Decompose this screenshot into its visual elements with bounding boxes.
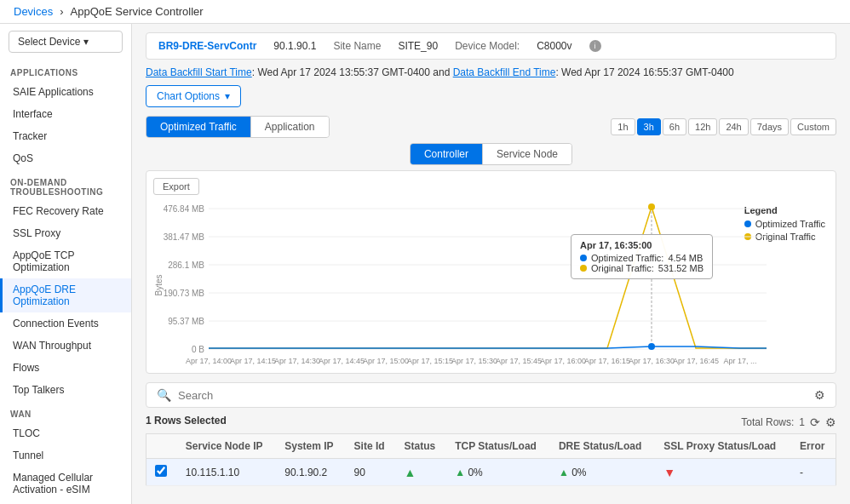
info-icon[interactable]: i	[589, 40, 601, 52]
time-custom[interactable]: Custom	[790, 118, 836, 135]
svg-text:Apr 17, 16:45: Apr 17, 16:45	[673, 357, 719, 365]
tab-service-node[interactable]: Service Node	[482, 144, 571, 164]
tab-application[interactable]: Application	[250, 117, 329, 137]
search-bar: 🔍 ⚙	[146, 382, 836, 408]
sidebar-item-interface[interactable]: Interface	[0, 103, 131, 125]
ssl-down-icon: ▼	[663, 466, 675, 479]
svg-text:95.37 MB: 95.37 MB	[168, 317, 204, 326]
settings-button[interactable]: ⚙	[825, 415, 836, 429]
sidebar-item-wan-throughput[interactable]: WAN Throughput	[0, 335, 131, 357]
total-rows-label: Total Rows:	[741, 416, 794, 428]
row-tcp-status: ▲ 0%	[446, 459, 550, 486]
backfill-end-label[interactable]: Data Backfill End Time	[453, 66, 556, 78]
sidebar-item-ssl-proxy[interactable]: SSL Proxy	[0, 222, 131, 244]
sidebar-item-qos[interactable]: QoS	[0, 147, 131, 169]
total-rows: Total Rows: 1 ⟳ ⚙	[741, 415, 836, 429]
svg-text:476.84 MB: 476.84 MB	[164, 204, 205, 214]
svg-text:Bytes: Bytes	[154, 274, 164, 295]
svg-text:190.73 MB: 190.73 MB	[164, 289, 205, 298]
status-up-icon: ▲	[405, 466, 416, 479]
total-rows-value: 1	[799, 416, 805, 428]
site-name-label: Site Name	[333, 40, 381, 52]
time-7days[interactable]: 7days	[750, 118, 789, 135]
col-ssl-status: SSL Proxy Status/Load	[655, 434, 791, 459]
search-icon: 🔍	[157, 388, 171, 402]
time-6h[interactable]: 6h	[663, 118, 686, 135]
top-tab-group: Optimized Traffic Application	[146, 116, 330, 138]
site-name-value: SITE_90	[398, 40, 438, 52]
sidebar-item-saie-applications[interactable]: SAIE Applications	[0, 81, 131, 103]
refresh-button[interactable]: ⟳	[810, 415, 820, 429]
tcp-status-value: 0%	[468, 467, 482, 478]
chevron-down-icon: ▾	[225, 90, 230, 102]
data-table: Service Node IP System IP Site Id Status…	[146, 433, 836, 486]
col-service-node-ip: Service Node IP	[177, 434, 276, 459]
breadcrumb-current: AppQoE Service Controller	[71, 5, 204, 18]
time-3h[interactable]: 3h	[637, 118, 661, 135]
svg-text:Apr 17, 15:45: Apr 17, 15:45	[496, 357, 542, 365]
tab-row-bottom: Controller Service Node	[146, 143, 836, 165]
time-24h[interactable]: 24h	[719, 118, 748, 135]
row-checkbox-cell[interactable]	[146, 459, 177, 486]
sidebar-item-appqoe-dre-optimization[interactable]: AppQoE DRE Optimization	[0, 278, 131, 312]
device-model-value: C8000v	[537, 40, 571, 52]
device-id[interactable]: BR9-DRE-ServContr	[158, 40, 256, 52]
backfill-start-label[interactable]: Data Backfill Start Time	[146, 66, 252, 78]
sidebar-item-tracker[interactable]: Tracker	[0, 125, 131, 147]
device-model-label: Device Model:	[455, 40, 520, 52]
bottom-tab-group: Controller Service Node	[410, 143, 572, 165]
sidebar-item-managed-cellular-activation---esim[interactable]: Managed Cellular Activation - eSIM	[0, 467, 131, 501]
breadcrumb-devices[interactable]: Devices	[14, 5, 53, 18]
dre-status-value: 0%	[571, 467, 586, 478]
main-content: BR9-DRE-ServContr 90.1.90.1 Site Name SI…	[132, 24, 850, 504]
svg-text:Apr 17, 16:15: Apr 17, 16:15	[584, 357, 630, 365]
svg-text:Apr 17, 15:30: Apr 17, 15:30	[451, 357, 497, 365]
time-12h[interactable]: 12h	[688, 118, 717, 135]
backfill-bar: Data Backfill Start Time: Wed Apr 17 202…	[146, 66, 836, 78]
sidebar-item-appqoe-tcp-optimization[interactable]: AppQoE TCP Optimization	[0, 244, 131, 278]
col-site-id: Site Id	[346, 434, 396, 459]
svg-text:Apr 17, 14:00: Apr 17, 14:00	[186, 357, 232, 365]
tab-controller[interactable]: Controller	[411, 144, 482, 164]
rows-selected: 1 Rows Selected	[146, 415, 227, 427]
table-header: Service Node IP System IP Site Id Status…	[146, 434, 836, 459]
row-checkbox[interactable]	[155, 465, 167, 477]
sidebar-item-connection-events[interactable]: Connection Events	[0, 312, 131, 335]
row-system-ip: 90.1.90.2	[276, 459, 345, 486]
svg-point-28	[648, 343, 655, 350]
col-error: Error	[791, 434, 836, 459]
row-status: ▲	[396, 459, 447, 486]
chart-options-button[interactable]: Chart Options ▾	[146, 85, 241, 107]
time-controls: 1h 3h 6h 12h 24h 7days Custom	[611, 118, 836, 135]
device-ip: 90.1.90.1	[273, 40, 316, 52]
svg-text:0 B: 0 B	[192, 345, 204, 354]
select-device-button[interactable]: Select Device ▾	[9, 31, 123, 53]
svg-text:Apr 17, ...: Apr 17, ...	[723, 357, 756, 365]
search-input[interactable]	[178, 389, 807, 402]
time-1h[interactable]: 1h	[611, 118, 635, 135]
export-button[interactable]: Export	[153, 178, 199, 195]
col-system-ip: System IP	[276, 434, 345, 459]
top-bar: Devices › AppQoE Service Controller	[0, 0, 850, 24]
row-dre-status: ▲ 0%	[550, 459, 655, 486]
sidebar-item-tloc[interactable]: TLOC	[0, 422, 131, 444]
filter-icon[interactable]: ⚙	[814, 388, 825, 402]
svg-text:Apr 17, 14:15: Apr 17, 14:15	[230, 357, 276, 365]
sidebar-section-security-monitoring: SECURITY MONITORING	[0, 501, 131, 504]
tab-optimized-traffic[interactable]: Optimized Traffic	[146, 117, 250, 137]
sidebar-item-flows[interactable]: Flows	[0, 357, 131, 379]
col-dre-status: DRE Status/Load	[550, 434, 655, 459]
sidebar: Select Device ▾ APPLICATIONSSAIE Applica…	[0, 24, 132, 504]
chart-container: Export Legend Optimized Traffic Original…	[146, 170, 836, 374]
svg-text:Apr 17, 16:30: Apr 17, 16:30	[629, 357, 675, 365]
sidebar-section-applications: APPLICATIONS	[0, 60, 131, 81]
col-checkbox	[146, 434, 177, 459]
sidebar-item-tunnel[interactable]: Tunnel	[0, 444, 131, 467]
sidebar-item-top-talkers[interactable]: Top Talkers	[0, 379, 131, 401]
sidebar-item-fec-recovery-rate[interactable]: FEC Recovery Rate	[0, 200, 131, 222]
row-error: -	[791, 459, 836, 486]
svg-text:286.1 MB: 286.1 MB	[168, 261, 204, 270]
col-status: Status	[396, 434, 447, 459]
device-header: BR9-DRE-ServContr 90.1.90.1 Site Name SI…	[146, 32, 836, 60]
chevron-down-icon: ▾	[83, 36, 89, 48]
